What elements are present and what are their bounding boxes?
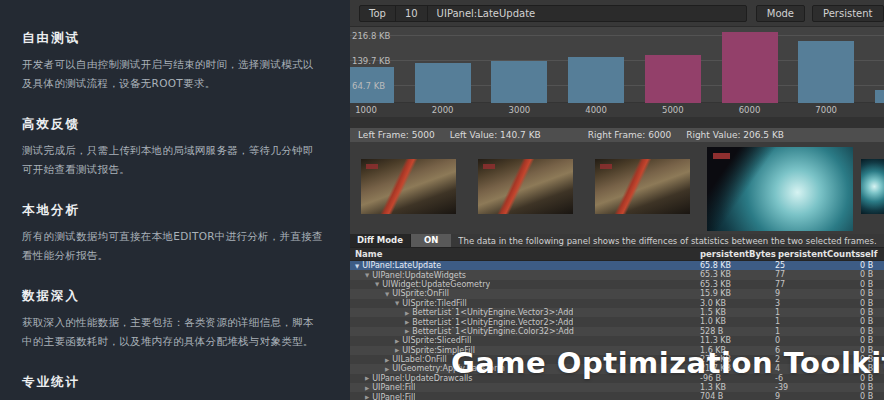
feature-body: 测试完成后，只需上传到本地的局域网服务器，等待几分钟即可开始查看测试报告。 [22,141,324,179]
x-axis-label: 1000 [355,105,377,115]
table-row[interactable]: ▼UISprite:OnFill15.9 KB90 B [350,289,884,298]
row-persistent-counts: 77 [775,280,785,289]
x-axis-label: 4000 [585,105,607,115]
column-header-persistentcounts[interactable]: persistentCounts [778,249,860,259]
row-persistent-bytes: 704 B [700,392,723,400]
expand-arrow-icon[interactable]: ▶ [365,375,369,381]
feature-title: 高效反馈 [22,116,324,133]
expand-arrow-icon[interactable]: ▶ [395,338,399,344]
collapse-arrow-icon[interactable]: ▼ [365,272,369,278]
row-name: UISprite:SlicedFill [402,336,471,345]
row-name: UILabel:OnFill [392,355,447,364]
row-self-bytes: 0 B [860,289,873,298]
expand-arrow-icon[interactable]: ▶ [385,357,389,363]
profiler-panel: Top 10 UIPanel:LateUpdate Mode Persisten… [350,0,884,400]
bar-frame-3000[interactable] [491,61,547,103]
filter-box: Top 10 UIPanel:LateUpdate [359,5,747,22]
expand-arrow-icon[interactable]: ▶ [405,310,409,316]
row-persistent-counts: 1 [775,308,780,317]
column-header-persistentbytes[interactable]: persistentBytes [700,249,776,259]
frame-info-item-2: Left Value: 140.7 KB [450,130,541,140]
memory-bar-chart[interactable]: 216.8 KB139.7 KB64.7 KB 1000200030004000… [350,27,884,117]
x-axis-label: 7000 [815,105,837,115]
table-row[interactable]: ▼UISprite:TiledFill3.0 KB30 B [350,299,884,308]
feature-body: 所有的测试数据均可直接在本地EDITOR中进行分析，并直接查看性能分析报告。 [22,227,324,265]
feature-title: 本地分析 [22,202,324,219]
row-persistent-counts: 1 [775,327,780,336]
screenshot-thumb-left-frame-shot-1[interactable] [361,159,456,214]
feature-section: 自由测试开发者可以自由控制测试开启与结束的时间，选择测试模式以及具体的测试流程，… [22,30,324,93]
diff-mode-bar: Diff Mode ON The data in the following p… [350,234,884,247]
stats-table-header: NamepersistentBytespersistentCountsself [350,247,884,261]
feature-title: 专业统计 [22,374,324,391]
row-self-bytes: 0 B [860,383,873,392]
expand-arrow-icon[interactable]: ▶ [395,347,399,353]
table-row[interactable]: ▶UIPanel:Fill704 B90 B [350,392,884,400]
bar-frame-2000[interactable] [415,63,471,103]
x-axis-label: 6000 [739,105,761,115]
diff-mode-toggle[interactable]: ON [410,234,451,247]
bar-frame-7000[interactable] [798,41,854,103]
row-persistent-counts: 0 [775,336,780,345]
table-row[interactable]: ▼UIWidget:UpdateGeometry65.3 KB770 B [350,280,884,289]
bar-frame-4000[interactable] [568,57,624,103]
expand-arrow-icon[interactable]: ▶ [405,319,409,325]
feature-body: 获取深入的性能数据，主要包括：各类资源的详细信息，脚本中的主要函数耗时，以及堆内… [22,313,324,351]
page-title: Game Optimization Toolkit [451,346,884,380]
table-row[interactable]: ▼UIPanel:UpdateWidgets65.3 KB770 B [350,270,884,279]
mode-button[interactable]: Mode [756,5,805,22]
row-name: UISprite:TiledFill [402,299,466,308]
table-row[interactable]: ▶BetterList`1<UnityEngine.Vector3>:Add1.… [350,308,884,317]
table-row[interactable]: ▶BetterList`1<UnityEngine.Vector2>:Add1.… [350,317,884,326]
screenshot-thumb-right-frame-shot[interactable] [707,147,853,231]
row-self-bytes: 0 B [860,261,873,270]
screenshot-thumb-next-frame-shot-partial[interactable] [861,159,884,214]
table-row[interactable]: ▶UISprite:SlicedFill11.3 KB00 B [350,336,884,345]
filter-input[interactable]: UIPanel:LateUpdate [428,6,746,21]
bar-frame-5000[interactable] [645,55,701,103]
top-count-dropdown[interactable]: 10 [396,6,428,21]
feature-body: 开发者可以自由控制测试开启与结束的时间，选择测试模式以及具体的测试流程，设备无R… [22,55,324,93]
collapse-arrow-icon[interactable]: ▼ [385,291,389,297]
table-row[interactable]: ▼UIPanel:LateUpdate65.8 KB250 B [350,261,884,270]
row-name: UIWidget:UpdateGeometry [382,280,490,289]
table-row[interactable]: ▶UIPanel:Fill1.3 KB-390 B [350,383,884,392]
top-dropdown[interactable]: Top [360,6,396,21]
row-persistent-bytes: 65.3 KB [700,280,731,289]
y-axis-label: 139.7 KB [352,56,390,66]
row-persistent-bytes: 1.5 KB [700,308,726,317]
row-self-bytes: 0 B [860,299,873,308]
expand-arrow-icon[interactable]: ▶ [405,328,409,334]
screenshot-thumb-left-frame-shot-2[interactable] [478,159,573,214]
feature-title: 自由测试 [22,30,324,47]
collapse-arrow-icon[interactable]: ▼ [395,300,399,306]
row-persistent-counts: 25 [775,261,785,270]
expand-arrow-icon[interactable]: ▶ [365,394,369,400]
row-name: UIPanel:LateUpdate [362,261,441,270]
screenshot-thumb-left-frame-shot-3[interactable] [595,159,690,214]
row-persistent-bytes: 1.0 KB [700,317,726,326]
row-name: BetterList`1<UnityEngine.Color32>:Add [412,327,574,336]
frame-info-item-1: Left Frame: 5000 [358,130,435,140]
mode-dropdown[interactable]: Persistent [812,5,884,22]
feature-section: 高效反馈测试完成后，只需上传到本地的局域网服务器，等待几分钟即可开始查看测试报告… [22,116,324,179]
column-header-name[interactable]: Name [355,249,382,259]
collapse-arrow-icon[interactable]: ▼ [355,263,359,269]
collapse-arrow-icon[interactable]: ▼ [375,281,379,287]
row-self-bytes: 0 B [860,392,873,400]
row-persistent-counts: -39 [775,383,788,392]
bar-frame-6000[interactable] [722,32,778,103]
row-persistent-counts: 9 [775,289,780,298]
chart-plot-area[interactable]: 216.8 KB139.7 KB64.7 KB [350,27,884,103]
x-axis-label: 5000 [662,105,684,115]
column-header-self[interactable]: self [860,249,877,259]
y-axis-label: 64.7 KB [352,81,385,91]
expand-arrow-icon[interactable]: ▶ [365,385,369,391]
table-row[interactable]: ▶BetterList`1<UnityEngine.Color32>:Add52… [350,327,884,336]
frame-info-bar: Left Frame: 5000Left Value: 140.7 KBRigh… [350,128,884,142]
row-persistent-counts: 77 [775,270,785,279]
row-self-bytes: 0 B [860,336,873,345]
bar-frame-8000[interactable] [875,90,884,103]
screenshot-strip [350,142,884,234]
expand-arrow-icon[interactable]: ▶ [385,366,389,372]
